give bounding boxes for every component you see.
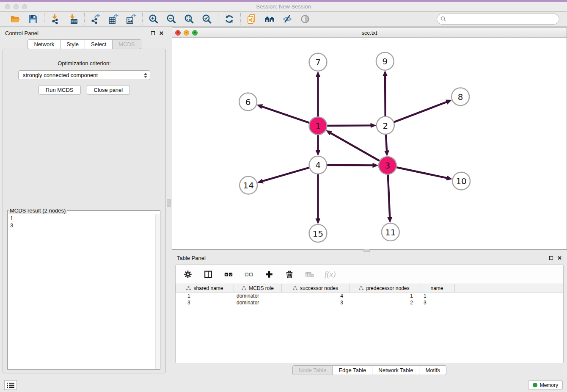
- float-panel-icon[interactable]: [151, 31, 155, 35]
- node-label-1: 1: [315, 121, 321, 131]
- app-title: Session: New Session: [0, 3, 567, 10]
- add-column-icon[interactable]: [264, 269, 275, 280]
- tab-select[interactable]: Select: [85, 39, 113, 49]
- run-mcds-button[interactable]: Run MCDS: [39, 85, 81, 95]
- table-row[interactable]: 3dominator323: [176, 299, 563, 306]
- search-box[interactable]: [437, 14, 559, 25]
- close-panel-button[interactable]: Close panel: [87, 85, 130, 95]
- search-input[interactable]: [446, 16, 559, 22]
- task-history-button[interactable]: [4, 380, 17, 390]
- table-cell: dominator: [234, 293, 282, 299]
- table-header-row: shared nameMCDS rolesuccessor nodesprede…: [176, 284, 563, 293]
- network-view-window: ✕ − + scc.txt 1234678910111415: [172, 28, 567, 250]
- delete-table-icon[interactable]: [304, 269, 315, 280]
- export-network-icon[interactable]: [90, 14, 101, 25]
- node-label-2: 2: [383, 121, 388, 131]
- table-toolbar: f(x): [176, 265, 563, 284]
- zoom-selected-icon[interactable]: [201, 14, 212, 25]
- column-header-successor-nodes[interactable]: successor nodes: [282, 284, 350, 292]
- table-cell: 4: [282, 293, 350, 299]
- tab-mcds[interactable]: MCDS: [113, 39, 141, 49]
- table-panel-body: f(x) shared nameMCDS rolesuccessor nodes…: [175, 265, 564, 363]
- select-stepper-icon: [144, 73, 147, 78]
- export-image-icon[interactable]: [126, 14, 137, 25]
- zoom-fit-icon[interactable]: [184, 14, 195, 25]
- first-neighbors-icon[interactable]: [264, 14, 275, 25]
- column-header-label: name: [430, 285, 443, 291]
- tab-edge-table[interactable]: Edge Table: [333, 365, 372, 375]
- column-type-icon: [293, 286, 297, 290]
- node-label-9: 9: [383, 57, 388, 66]
- node-label-11: 11: [385, 228, 396, 237]
- clone-network-icon[interactable]: [246, 14, 257, 25]
- table-cell: 2: [350, 299, 419, 306]
- function-builder-icon[interactable]: f(x): [325, 270, 336, 279]
- mcds-panel: Optimization criterion: strongly connect…: [3, 49, 166, 373]
- column-header-predecessor-nodes[interactable]: predecessor nodes: [350, 284, 419, 292]
- table-panel: Table Panel ✕: [172, 252, 567, 377]
- control-panel-title: Control Panel: [5, 30, 39, 36]
- table-tabs: Node TableEdge TableNetwork TableMotifs: [172, 365, 567, 375]
- open-file-icon[interactable]: [10, 14, 21, 25]
- tab-node-table[interactable]: Node Table: [292, 365, 333, 375]
- app-titlebar: Session: New Session: [0, 2, 567, 12]
- column-header-MCDS-role[interactable]: MCDS role: [234, 284, 282, 292]
- column-type-icon: [186, 286, 191, 290]
- close-table-panel-icon[interactable]: ✕: [557, 255, 562, 261]
- table-cell: 3: [282, 299, 350, 306]
- zoom-in-icon[interactable]: [148, 14, 159, 25]
- vertical-splitter-handle[interactable]: [167, 199, 171, 207]
- tab-motifs[interactable]: Motifs: [419, 365, 446, 375]
- result-scrollbar[interactable]: [155, 214, 160, 369]
- mcds-result-list[interactable]: 13: [8, 214, 160, 369]
- tab-network-table[interactable]: Network Table: [372, 365, 419, 375]
- close-panel-icon[interactable]: ✕: [159, 30, 164, 36]
- table-row[interactable]: 1dominator411: [176, 293, 563, 299]
- float-table-panel-icon[interactable]: [549, 256, 553, 260]
- table-cell: 1: [350, 293, 419, 299]
- tab-network[interactable]: Network: [28, 39, 61, 49]
- column-header-label: predecessor nodes: [366, 285, 409, 291]
- node-label-10: 10: [456, 177, 466, 186]
- memory-status-icon: [533, 383, 537, 387]
- edge-3-1[interactable]: [330, 133, 388, 166]
- apply-layout-icon[interactable]: [224, 14, 235, 25]
- horizontal-splitter-handle[interactable]: [363, 249, 370, 252]
- show-details-icon[interactable]: [300, 14, 311, 25]
- unselect-all-icon[interactable]: [243, 269, 254, 280]
- main-toolbar: [0, 12, 567, 27]
- hide-details-icon[interactable]: [282, 14, 293, 25]
- table-settings-icon[interactable]: [182, 269, 193, 280]
- table-cell: 1: [419, 293, 455, 299]
- control-panel: Control Panel ✕ NetworkStyleSelectMCDS O…: [0, 27, 169, 377]
- search-icon: [440, 16, 446, 22]
- save-session-icon[interactable]: [28, 14, 39, 25]
- memory-label: Memory: [540, 382, 558, 388]
- mcds-result-box: MCDS result (2 nodes) 13: [7, 207, 160, 370]
- memory-button[interactable]: Memory: [528, 380, 563, 390]
- node-label-14: 14: [243, 181, 253, 190]
- delete-column-icon[interactable]: [284, 269, 295, 280]
- column-header-name[interactable]: name: [419, 284, 455, 292]
- edge-2-8[interactable]: [385, 102, 447, 126]
- export-table-icon[interactable]: [108, 14, 119, 25]
- table-cell: 3: [176, 299, 234, 306]
- import-network-icon[interactable]: [50, 14, 61, 25]
- tab-style[interactable]: Style: [61, 39, 85, 49]
- network-window-titlebar[interactable]: ✕ − + scc.txt: [172, 28, 567, 38]
- optimization-criterion-label: Optimization criterion:: [3, 60, 165, 66]
- node-label-7: 7: [315, 58, 321, 67]
- column-header-label: MCDS role: [249, 285, 274, 291]
- list-icon: [7, 382, 14, 388]
- select-all-icon[interactable]: [223, 269, 234, 280]
- network-canvas[interactable]: 1234678910111415: [172, 38, 567, 249]
- table-cell: 3: [419, 299, 455, 306]
- import-table-icon[interactable]: [68, 14, 79, 25]
- criterion-value: strongly connected component: [23, 72, 98, 78]
- network-window-title: scc.txt: [172, 30, 567, 36]
- split-view-icon[interactable]: [203, 269, 214, 280]
- zoom-out-icon[interactable]: [166, 14, 177, 25]
- criterion-select[interactable]: strongly connected component: [18, 70, 150, 80]
- column-header-shared-name[interactable]: shared name: [176, 284, 234, 292]
- mcds-result-line: 3: [10, 222, 160, 229]
